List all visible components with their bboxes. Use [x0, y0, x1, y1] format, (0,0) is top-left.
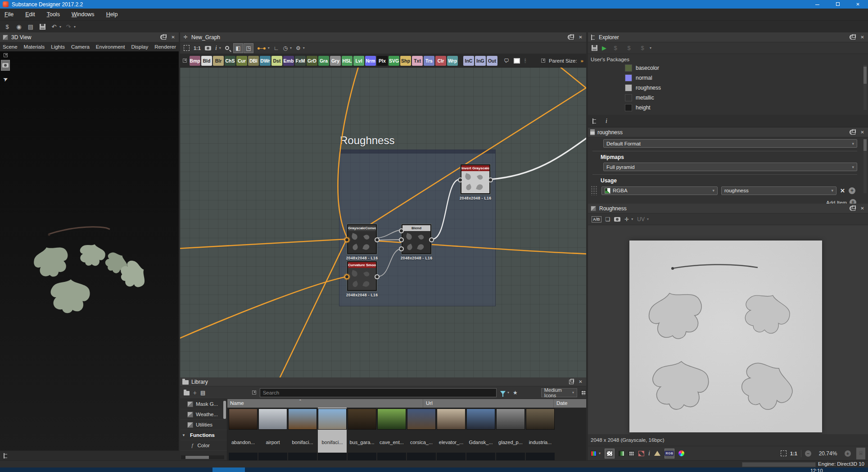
redo-dropdown-icon[interactable]: ▾ — [74, 25, 76, 29]
usage-select[interactable]: roughness — [721, 186, 836, 195]
link-icon[interactable]: $ — [638, 44, 647, 53]
link-mode-icon[interactable]: ◧ — [233, 43, 243, 53]
properties-header[interactable]: roughness ✕ ✕ — [588, 127, 868, 137]
3d-menu-item[interactable]: Renderer — [154, 44, 176, 50]
node-link-dropdown-icon[interactable]: ▾ — [631, 217, 633, 221]
zoom-icon[interactable] — [225, 46, 229, 50]
graph-node-grayscale-conversion[interactable]: GrayscaleConversi... 2048x2048 - L16 — [347, 224, 377, 254]
library-sidebar-item[interactable]: Utilities — [180, 420, 227, 430]
link-dropdown-icon[interactable]: ▾ — [650, 46, 651, 50]
input-connector[interactable] — [399, 228, 404, 233]
thumbnail-size-icon[interactable] — [581, 390, 586, 395]
node-type-button[interactable]: InC — [463, 56, 474, 66]
add-item-label[interactable]: Add Item — [826, 200, 847, 204]
3d-menu-item[interactable]: Environment — [96, 44, 125, 50]
actual-size-label[interactable]: 1:1 — [194, 45, 201, 51]
undo-icon[interactable]: ↶ — [50, 22, 59, 31]
node-type-button[interactable]: Bld — [201, 56, 212, 66]
package-output-item[interactable]: height — [588, 103, 868, 113]
2d-view-header[interactable]: Roughness ✕ ✕ — [588, 204, 868, 213]
add-icon[interactable]: + — [193, 389, 197, 396]
menu-item[interactable]: Tools — [47, 11, 60, 18]
import-icon[interactable]: ▤ — [26, 22, 35, 31]
node-type-button[interactable]: Txt — [412, 56, 423, 66]
histogram-icon[interactable] — [654, 451, 660, 456]
uv-dropdown-icon[interactable]: ▾ — [647, 217, 649, 221]
3d-menu-item[interactable]: Scene — [3, 44, 18, 50]
library-header[interactable]: Library ✕ — [180, 377, 586, 386]
node-type-button[interactable]: Wrp — [447, 56, 458, 66]
close-icon[interactable]: ✕ — [859, 34, 866, 40]
tiling-icon[interactable] — [638, 451, 644, 456]
properties-scrollbar[interactable] — [863, 139, 867, 193]
uv-mode-label[interactable]: UV — [637, 216, 645, 222]
fit-view-icon[interactable] — [184, 45, 190, 51]
node-type-button[interactable]: Trs — [424, 56, 434, 66]
popout-icon[interactable] — [183, 59, 187, 63]
pointer-tool-icon[interactable]: ➤ — [0, 72, 12, 86]
menu-item[interactable]: Windows — [72, 11, 95, 18]
library-item[interactable]: industria... — [526, 408, 555, 455]
library-sidebar-item[interactable]: Functions — [180, 430, 227, 440]
package-output-item[interactable]: roughness — [588, 83, 868, 93]
2d-canvas[interactable] — [588, 225, 868, 434]
node-type-button[interactable]: DWr — [260, 56, 271, 66]
library-item[interactable]: corsica_... — [407, 408, 436, 455]
save-icon[interactable] — [38, 22, 47, 31]
maximize-button[interactable] — [827, 0, 848, 9]
library-sidebar-item[interactable]: Color — [180, 440, 227, 451]
sidebar-vertical-scrollbar[interactable] — [223, 401, 226, 419]
link-icon[interactable]: $ — [624, 44, 633, 53]
add-usage-icon[interactable]: + — [849, 187, 855, 194]
library-item[interactable]: bonifaci... — [318, 408, 347, 455]
close-icon[interactable]: ✕ — [577, 379, 584, 385]
node-type-button[interactable]: FxM — [295, 56, 306, 66]
menu-item[interactable]: Edit — [25, 11, 35, 18]
sidebar-horizontal-scrollbar[interactable] — [181, 455, 224, 459]
layers-icon[interactable]: ❏ — [606, 216, 610, 222]
add-package-icon[interactable] — [184, 391, 190, 395]
float-icon[interactable] — [850, 34, 856, 40]
add-item-icon[interactable]: + — [850, 199, 856, 204]
input-connector[interactable] — [458, 177, 463, 182]
library-item[interactable]: abandon... — [229, 408, 258, 455]
node-type-button[interactable]: Clr — [435, 56, 446, 66]
graph-header[interactable]: ✛ New_Graph ✕ ✕ — [180, 32, 586, 42]
undo-dropdown-icon[interactable]: ▾ — [59, 25, 61, 29]
display-settings-icon[interactable]: ⍓ — [856, 448, 865, 459]
ab-compare-icon[interactable]: A/B — [592, 216, 601, 222]
popout-icon[interactable] — [252, 390, 256, 395]
input-connector[interactable] — [399, 237, 404, 242]
comment-icon[interactable]: 🗩 — [504, 58, 509, 64]
view-mode-select[interactable]: Medium Icons ▾ — [541, 388, 577, 397]
output-connector[interactable] — [375, 274, 380, 279]
package-output-item[interactable]: normal — [588, 73, 868, 83]
edit-filter-icon[interactable]: ▤ — [200, 390, 205, 396]
channels-icon[interactable] — [591, 451, 597, 456]
settings-gear-icon[interactable]: ⚙ — [296, 45, 301, 51]
channel-select[interactable]: RGBA — [601, 186, 718, 195]
3d-menu-item[interactable]: Camera — [71, 44, 90, 50]
drag-grip[interactable] — [591, 186, 598, 195]
filter-dropdown-icon[interactable]: ▾ — [507, 390, 509, 395]
node-type-button[interactable]: Lvl — [353, 56, 364, 66]
timer-dropdown-icon[interactable]: ▾ — [290, 46, 292, 50]
popout-icon[interactable] — [4, 53, 8, 57]
library-sidebar-item[interactable]: Weathe... — [180, 409, 227, 420]
node-link-icon[interactable]: ✛ — [624, 216, 629, 222]
tree-tab-icon[interactable] — [592, 118, 597, 124]
snapshot-icon[interactable] — [614, 217, 620, 222]
format-select[interactable]: Default Format — [603, 139, 857, 148]
3d-menu-item[interactable]: Display — [131, 44, 148, 50]
library-sidebar-item[interactable]: Mask G... — [180, 399, 227, 409]
output-connector[interactable] — [375, 237, 380, 242]
connection-style-icon[interactable] — [258, 47, 266, 50]
close-icon[interactable]: ✕ — [859, 205, 866, 211]
3d-view-header[interactable]: 3D View ✕ ✕ — [0, 32, 179, 42]
float-icon[interactable] — [568, 34, 574, 40]
output-connector[interactable] — [488, 177, 493, 182]
close-icon[interactable]: ✕ — [577, 34, 584, 40]
link-account-icon[interactable]: $ — [3, 22, 12, 31]
favorites-star-icon[interactable]: ★ — [513, 390, 518, 396]
link-icon[interactable]: $ — [611, 44, 620, 53]
